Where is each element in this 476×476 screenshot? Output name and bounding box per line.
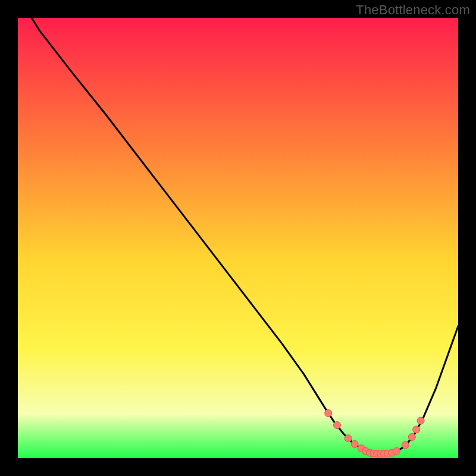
marker-dot	[351, 440, 358, 447]
marker-dot	[345, 435, 352, 442]
marker-dot	[413, 426, 420, 433]
watermark-label: TheBottleneck.com	[356, 2, 470, 18]
marker-dot	[417, 417, 424, 424]
marker-dot	[334, 422, 341, 429]
marker-dot	[408, 434, 415, 441]
marker-dot	[325, 410, 332, 417]
gradient-background	[18, 18, 458, 458]
bottleneck-chart	[18, 18, 458, 458]
chart-frame: TheBottleneck.com	[0, 0, 476, 476]
marker-dot	[393, 447, 400, 455]
marker-dot	[402, 441, 409, 449]
